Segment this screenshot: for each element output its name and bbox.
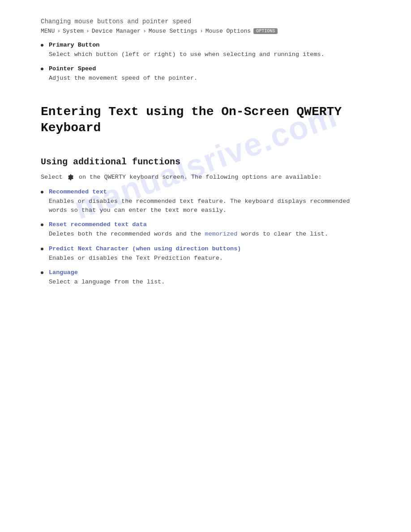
mouse-options-badge: OPTIONS xyxy=(253,28,278,34)
breadcrumb: MENU › System › Device Manager › Mouse S… xyxy=(41,28,370,34)
memorized-highlight: memorized xyxy=(205,231,237,237)
intro-text: Select on the QWERTY keyboard screen. Th… xyxy=(41,172,370,182)
subsection-heading: Using additional functions xyxy=(41,157,370,167)
bullet-dot-6 xyxy=(41,271,43,274)
primary-button-desc: Select which button (left or right) to u… xyxy=(49,50,370,59)
recommended-text-desc: Enables or disables the recommended text… xyxy=(49,197,370,215)
language-title: Language xyxy=(49,269,370,276)
bullet-content-6: Language Select a language from the list… xyxy=(49,269,370,287)
bullet-content-2: Pointer Speed Adjust the movement speed … xyxy=(49,65,370,83)
bullet-dot-1 xyxy=(41,44,43,47)
predict-next-desc: Enables or disables the Text Prediction … xyxy=(49,254,370,263)
list-item: Predict Next Character (when using direc… xyxy=(41,245,370,263)
mouse-bullet-list: Primary Button Select which button (left… xyxy=(41,42,370,83)
predict-next-title: Predict Next Character (when using direc… xyxy=(49,245,370,252)
breadcrumb-sep-2: › xyxy=(86,28,90,34)
list-item: Reset recommended text data Deletes both… xyxy=(41,221,370,239)
list-item: Primary Button Select which button (left… xyxy=(41,42,370,59)
breadcrumb-sep-4: › xyxy=(200,28,203,34)
bullet-dot-2 xyxy=(41,68,43,70)
subsection-bullet-list: Recommended text Enables or disables the… xyxy=(41,189,370,287)
reset-recommended-title: Reset recommended text data xyxy=(49,221,370,228)
list-item: Pointer Speed Adjust the movement speed … xyxy=(41,65,370,83)
bullet-content-4: Reset recommended text data Deletes both… xyxy=(49,221,370,239)
primary-button-title: Primary Button xyxy=(49,42,370,48)
language-desc: Select a language from the list. xyxy=(49,278,370,287)
breadcrumb-mouse-settings: Mouse Settings xyxy=(149,28,197,34)
breadcrumb-menu: MENU xyxy=(41,28,55,34)
page-title-text: Changing mouse buttons and pointer speed xyxy=(41,18,370,25)
bullet-content-1: Primary Button Select which button (left… xyxy=(49,42,370,59)
bullet-content-5: Predict Next Character (when using direc… xyxy=(49,245,370,263)
list-item: Recommended text Enables or disables the… xyxy=(41,189,370,215)
reset-recommended-desc: Deletes both the recommended words and t… xyxy=(49,230,370,239)
recommended-text-title: Recommended text xyxy=(49,189,370,195)
breadcrumb-device-manager: Device Manager xyxy=(92,28,141,34)
main-heading: Entering Text using the On-Screen QWERTY… xyxy=(41,104,370,137)
bullet-content-3: Recommended text Enables or disables the… xyxy=(49,189,370,215)
page-title: Changing mouse buttons and pointer speed xyxy=(41,18,370,25)
breadcrumb-sep-1: › xyxy=(57,28,60,34)
breadcrumb-mouse-options: Mouse Options xyxy=(206,28,251,34)
bullet-dot-4 xyxy=(41,223,43,226)
pointer-speed-desc: Adjust the movement speed of the pointer… xyxy=(49,74,370,83)
pointer-speed-title: Pointer Speed xyxy=(49,65,370,72)
breadcrumb-sep-3: › xyxy=(143,28,146,34)
bullet-dot-5 xyxy=(41,248,43,250)
bullet-dot-3 xyxy=(41,191,43,193)
list-item: Language Select a language from the list… xyxy=(41,269,370,287)
gear-icon xyxy=(67,174,74,181)
breadcrumb-system: System xyxy=(63,28,84,34)
